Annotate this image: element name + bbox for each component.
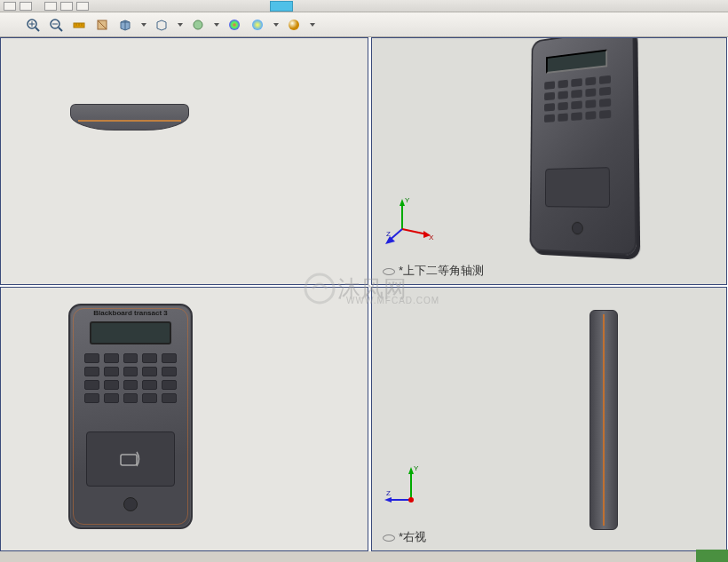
svg-point-33	[408, 497, 414, 503]
viewport-bottom-left[interactable]: Blackboard transact 3	[0, 287, 368, 551]
gold-sphere-icon[interactable]	[286, 17, 302, 33]
color-sphere-icon[interactable]	[226, 17, 242, 33]
viewport-top-left[interactable]	[0, 37, 368, 285]
dropdown-arrow-icon[interactable]	[214, 23, 219, 27]
dropdown-arrow-icon[interactable]	[178, 23, 183, 27]
menu-dropdown-1[interactable]	[4, 2, 16, 11]
svg-point-18	[289, 20, 299, 30]
menu-dropdown-4[interactable]	[60, 2, 73, 11]
svg-point-16	[229, 20, 240, 30]
status-corner	[696, 550, 728, 562]
view-label: *上下二等角轴测	[383, 263, 484, 279]
zoom-in-icon[interactable]	[25, 17, 41, 33]
menu-dropdown-3[interactable]	[44, 2, 57, 11]
svg-line-1	[36, 28, 39, 31]
section-icon[interactable]	[94, 17, 110, 33]
viewport-bottom-right[interactable]: Y Z *右视	[371, 287, 727, 551]
view-toolbar	[0, 12, 728, 37]
svg-text:Z: Z	[386, 489, 391, 497]
device-keypad	[84, 353, 177, 403]
svg-marker-32	[384, 497, 392, 503]
device-card-reader	[86, 431, 175, 487]
tab-active[interactable]	[270, 1, 293, 12]
dropdown-arrow-icon[interactable]	[141, 23, 146, 27]
appearance-icon[interactable]	[190, 17, 206, 33]
ruler-icon[interactable]	[71, 17, 87, 33]
model-side-view	[590, 310, 618, 530]
axis-triad: Y X Z	[384, 194, 438, 247]
menu-dropdown-5[interactable]	[76, 2, 89, 11]
model-top-view	[70, 104, 189, 131]
svg-text:Z: Z	[386, 230, 391, 238]
view-label: *右视	[383, 529, 426, 545]
svg-text:Y: Y	[405, 196, 410, 204]
viewport-quad: Y X Z *上下二等角轴测 Blackboard transact 3	[0, 37, 728, 551]
svg-rect-28	[121, 455, 137, 465]
device-home-button	[123, 497, 138, 511]
model-isometric-view	[523, 37, 656, 271]
svg-line-21	[402, 229, 427, 234]
svg-text:X: X	[429, 234, 434, 241]
device-brand: Blackboard transact 3	[70, 309, 191, 317]
color-sphere2-icon[interactable]	[249, 17, 265, 33]
dropdown-arrow-icon[interactable]	[273, 23, 279, 27]
viewport-top-right[interactable]: Y X Z *上下二等角轴测	[371, 37, 727, 285]
svg-line-5	[59, 28, 62, 31]
device-lcd	[90, 321, 171, 344]
zoom-out-icon[interactable]	[48, 17, 64, 33]
svg-text:Y: Y	[414, 464, 419, 472]
svg-point-17	[252, 20, 263, 30]
model-front-view: Blackboard transact 3	[68, 304, 193, 529]
menu-bar	[0, 0, 728, 12]
dropdown-arrow-icon[interactable]	[310, 23, 315, 27]
svg-point-15	[194, 20, 202, 29]
box-icon[interactable]	[117, 17, 133, 33]
display-style-icon[interactable]	[154, 17, 170, 33]
menu-dropdown-2[interactable]	[20, 2, 32, 11]
axis-triad: Y Z	[384, 460, 438, 513]
